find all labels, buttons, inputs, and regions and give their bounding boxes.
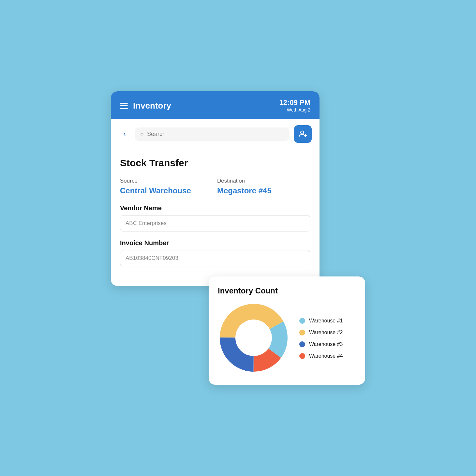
legend-dot-warehouse3: [299, 341, 305, 347]
app-title: Inventory: [133, 101, 171, 111]
vendor-name-section: Vendor Name: [120, 204, 310, 231]
card-body: Stock Transfer Source Central Warehouse …: [111, 148, 320, 286]
vendor-name-label: Vendor Name: [120, 204, 310, 212]
svg-point-8: [237, 321, 271, 355]
source-label: Source: [120, 178, 213, 184]
current-date: Wed, Aug 2: [287, 107, 310, 112]
chart-legend: Warehouse #1 Warehouse #2 Warehouse #3 W…: [299, 318, 343, 359]
source-value[interactable]: Central Warehouse: [120, 186, 191, 195]
destination-col: Destination Megastore #45: [217, 178, 310, 195]
back-button[interactable]: ‹: [119, 128, 130, 140]
legend-item-warehouse2: Warehouse #2: [299, 330, 343, 335]
app-header: Inventory 12:09 PM Wed, Aug 2: [111, 91, 320, 119]
transfer-section: Source Central Warehouse Destination Meg…: [120, 178, 310, 195]
legend-dot-warehouse2: [299, 330, 305, 335]
current-time: 12:09 PM: [279, 98, 310, 107]
legend-label-warehouse3: Warehouse #3: [309, 341, 343, 347]
page-title: Stock Transfer: [120, 157, 310, 169]
vendor-name-input[interactable]: [120, 215, 310, 231]
hamburger-menu-button[interactable]: [120, 103, 128, 109]
svg-point-0: [301, 131, 304, 134]
search-input[interactable]: [147, 131, 284, 138]
legend-dot-warehouse1: [299, 318, 305, 324]
search-input-wrap: ⌕: [135, 127, 290, 141]
destination-label: Destination: [217, 178, 310, 184]
search-icon: ⌕: [140, 131, 144, 138]
inventory-count-title: Inventory Count: [218, 286, 356, 295]
chart-area: Warehouse #1 Warehouse #2 Warehouse #3 W…: [218, 302, 356, 375]
search-area: ‹ ⌕: [111, 119, 320, 148]
legend-item-warehouse4: Warehouse #4: [299, 353, 343, 359]
header-time-block: 12:09 PM Wed, Aug 2: [279, 98, 310, 113]
add-user-icon: [298, 129, 307, 139]
legend-dot-warehouse4: [299, 353, 305, 359]
destination-value[interactable]: Megastore #45: [217, 186, 272, 195]
invoice-number-section: Invoice Number: [120, 239, 310, 266]
source-col: Source Central Warehouse: [120, 178, 213, 195]
main-card: Inventory 12:09 PM Wed, Aug 2 ‹ ⌕: [111, 91, 320, 286]
inventory-count-card: Inventory Count: [209, 276, 365, 385]
legend-item-warehouse1: Warehouse #1: [299, 318, 343, 324]
invoice-number-label: Invoice Number: [120, 239, 310, 247]
legend-label-warehouse4: Warehouse #4: [309, 353, 343, 359]
legend-item-warehouse3: Warehouse #3: [299, 341, 343, 347]
invoice-number-input[interactable]: [120, 250, 310, 266]
donut-chart: [218, 302, 290, 375]
legend-label-warehouse1: Warehouse #1: [309, 318, 343, 324]
legend-label-warehouse2: Warehouse #2: [309, 330, 343, 335]
header-left: Inventory: [120, 101, 171, 111]
add-user-button[interactable]: [294, 125, 312, 143]
